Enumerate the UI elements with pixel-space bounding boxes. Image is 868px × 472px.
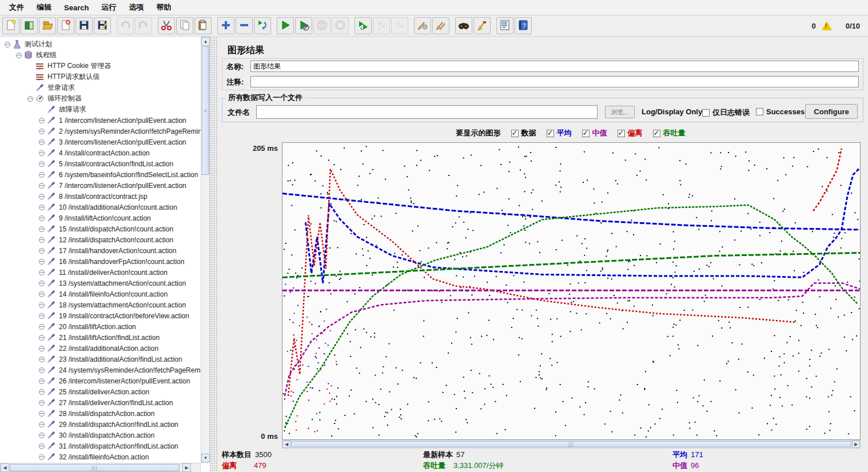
tree-node-9[interactable]: 2 /system/sysReminderAction!fetchPageRem…: [0, 126, 201, 137]
start-no-timers-button[interactable]: [295, 17, 312, 34]
tree-expand-handle[interactable]: [5, 42, 10, 47]
tree-node-17[interactable]: 9 /install/liftAction!count.action: [0, 213, 201, 223]
browse-button[interactable]: 浏览...: [605, 106, 635, 118]
menu-5[interactable]: 选项: [123, 1, 149, 14]
name-input[interactable]: [250, 61, 859, 72]
tree-expand-handle[interactable]: [39, 161, 45, 167]
tree-node-20[interactable]: 17 /install/handoverAction!count.action: [0, 245, 201, 256]
tree-expand-handle[interactable]: [39, 183, 45, 189]
tree-node-15[interactable]: 8 /install/contract/contract.jsp: [0, 191, 201, 202]
tree-expand-handle[interactable]: [16, 53, 22, 58]
tree-expand-handle[interactable]: [39, 205, 45, 210]
tree-node-38[interactable]: 31 /install/dispatchAction!findList.acti…: [0, 441, 201, 451]
tree-node-27[interactable]: 20 /install/liftAction.action: [0, 321, 201, 332]
tree-node-7[interactable]: 故障请求: [0, 104, 201, 115]
tree-expand-handle[interactable]: [39, 194, 45, 199]
tree-node-5[interactable]: 登录请求: [0, 82, 201, 93]
warning-icon[interactable]: [822, 21, 832, 30]
tree-expand-handle[interactable]: [39, 378, 45, 384]
tree-node-37[interactable]: 30 /install/dispatchAction.action: [0, 430, 201, 441]
tree-node-36[interactable]: 29 /install/dispatchAction!findList.acti…: [0, 419, 201, 430]
tree-expand-handle[interactable]: [39, 150, 45, 156]
close-file-button[interactable]: [57, 17, 74, 34]
tree-node-4[interactable]: HTTP请求默认值: [0, 71, 201, 82]
tree-expand-handle[interactable]: [39, 346, 45, 351]
tree-expand-handle[interactable]: [39, 422, 45, 427]
tree-node-25[interactable]: 18 /system/attachmentAction!count.action: [0, 299, 201, 310]
help-button[interactable]: ?: [515, 17, 532, 34]
tree-hscroll-thumb[interactable]: |||: [10, 464, 180, 471]
scroll-down-arrow[interactable]: ▼: [201, 454, 210, 462]
tree-vertical-scrollbar[interactable]: ▲ ≡ ▼: [201, 37, 210, 463]
chart-horizontal-scrollbar[interactable]: ◀ ||| ▶: [282, 440, 861, 449]
scroll-up-arrow[interactable]: ▲: [201, 37, 210, 46]
tree-expand-handle[interactable]: [39, 302, 45, 308]
tree-expand-handle[interactable]: [39, 433, 45, 438]
tree-expand-handle[interactable]: [39, 400, 45, 406]
tree-node-6[interactable]: 循环控制器: [0, 93, 201, 104]
chart-scroll-right-arrow[interactable]: ▶: [852, 441, 860, 448]
cut-button[interactable]: [158, 17, 175, 34]
paste-button[interactable]: [194, 17, 212, 34]
menu-3[interactable]: Search: [58, 2, 94, 14]
tree-node-12[interactable]: 5 /install/contractAction!findList.actio…: [0, 158, 201, 169]
tree-expand-handle[interactable]: [39, 335, 45, 341]
tree-expand-handle[interactable]: [39, 454, 45, 460]
tree-expand-handle[interactable]: [39, 357, 45, 362]
tree-node-14[interactable]: 7 /intercom/listenerAction!pullEvent.act…: [0, 180, 201, 191]
tree-expand-handle[interactable]: [39, 248, 45, 254]
display-checkbox-平均[interactable]: [547, 130, 554, 137]
tree-node-28[interactable]: 21 /install/liftAction!findList.action: [0, 332, 201, 343]
tree-node-10[interactable]: 3 /intercom/listenerAction!pullEvent.act…: [0, 137, 201, 147]
copy-button[interactable]: [176, 17, 193, 34]
tree-expand-handle[interactable]: [39, 411, 45, 417]
menu-1[interactable]: 文件: [3, 1, 30, 14]
display-checkbox-吞吐量[interactable]: [653, 130, 660, 137]
tree-node-2[interactable]: 线程组: [0, 50, 201, 61]
tree-node-35[interactable]: 28 /install/dispatchAction.action: [0, 408, 201, 419]
tree-expand-handle[interactable]: [39, 324, 45, 330]
collapse-subtract-button[interactable]: [236, 17, 253, 34]
clear-button[interactable]: [414, 17, 431, 34]
tree-node-16[interactable]: 10 /install/additionalAction!count.actio…: [0, 202, 201, 213]
tree-node-3[interactable]: HTTP Cookie 管理器: [0, 61, 201, 71]
new-file-button[interactable]: [2, 17, 19, 34]
tree-vscroll-thumb[interactable]: ≡: [202, 46, 209, 175]
chart-scroll-left-arrow[interactable]: ◀: [282, 441, 290, 448]
panel-splitter[interactable]: [210, 37, 218, 472]
search-reset-button[interactable]: [473, 17, 491, 34]
tree-node-21[interactable]: 16 /install/handoverFpAction!count.actio…: [0, 256, 201, 267]
tree-expand-handle[interactable]: [39, 237, 45, 243]
tree-node-19[interactable]: 12 /install/dispatchAction!count.action: [0, 234, 201, 245]
chart-hscroll-thumb[interactable]: |||: [291, 441, 851, 447]
tree-expand-handle[interactable]: [39, 281, 45, 286]
tree-node-13[interactable]: 6 /system/baseinfoAction!findSelectList.…: [0, 169, 201, 180]
tree-node-33[interactable]: 25 /install/deliverAction.action: [0, 386, 201, 397]
tree-expand-handle[interactable]: [39, 259, 45, 265]
tree-node-11[interactable]: 4 /install/contractAction.action: [0, 147, 201, 158]
errors-only-checkbox[interactable]: [702, 109, 710, 117]
save-as-button[interactable]: [94, 17, 111, 34]
expand-add-button[interactable]: [217, 17, 234, 34]
toggle-button[interactable]: [254, 17, 271, 34]
tree-expand-handle[interactable]: [39, 313, 45, 319]
start-button[interactable]: [277, 17, 294, 34]
tree-node-23[interactable]: 13 /system/attachmentAction!count.action: [0, 278, 201, 289]
tree-expand-handle[interactable]: [39, 118, 45, 123]
save-button[interactable]: [75, 17, 93, 34]
tree-expand-handle[interactable]: [39, 367, 45, 373]
display-checkbox-数据[interactable]: [511, 130, 519, 137]
tree-node-24[interactable]: 14 /install/fileinfoAction!count.action: [0, 289, 201, 299]
search-button[interactable]: [455, 17, 472, 34]
tree-expand-handle[interactable]: [27, 96, 33, 102]
tree-node-26[interactable]: 19 /install/contractAction!beforeView.ac…: [0, 310, 201, 321]
configure-button[interactable]: Configure: [805, 104, 858, 119]
menu-6[interactable]: 帮助: [150, 1, 177, 14]
tree-node-39[interactable]: 32 /install/fileinfoAction.action: [0, 451, 201, 462]
open-file-button[interactable]: [39, 17, 56, 34]
filename-input[interactable]: [256, 105, 598, 119]
tree-node-31[interactable]: 24 /system/sysReminderAction!fetchPageRe…: [0, 365, 201, 375]
tree-node-22[interactable]: 11 /install/deliverAction!count.action: [0, 267, 201, 278]
tree-expand-handle[interactable]: [39, 226, 45, 232]
tree-expand-handle[interactable]: [39, 389, 45, 395]
